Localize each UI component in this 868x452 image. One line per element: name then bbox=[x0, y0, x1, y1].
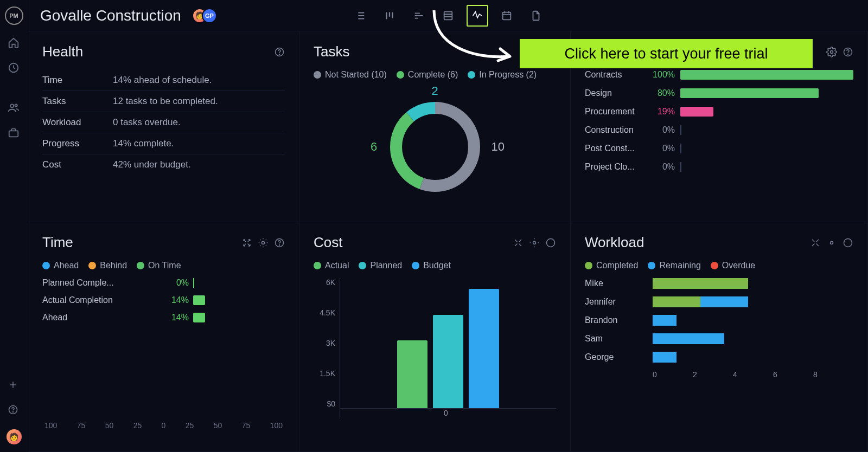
list-view-icon[interactable] bbox=[349, 5, 371, 27]
briefcase-icon[interactable] bbox=[8, 127, 21, 140]
dashboard-view-icon[interactable] bbox=[467, 5, 488, 27]
gantt-view-icon[interactable] bbox=[408, 5, 430, 27]
legend-item: Planned bbox=[359, 261, 402, 270]
workload-rows: Mike Jennifer Brandon Sam George bbox=[585, 278, 853, 363]
bar-seg bbox=[700, 296, 748, 307]
axis-tick: 100 bbox=[44, 421, 57, 430]
time-axis: 100 75 50 25 0 25 50 75 100 bbox=[42, 421, 285, 430]
help-icon[interactable] bbox=[274, 237, 285, 248]
axis-tick: 6K bbox=[314, 278, 335, 287]
progress-row: Construction0% bbox=[585, 125, 853, 135]
row-percent: 0% bbox=[644, 125, 675, 135]
home-icon[interactable] bbox=[8, 37, 21, 50]
top-bar: Govalle Construction 🧑 GP bbox=[28, 0, 868, 31]
main-area: Govalle Construction 🧑 GP Health bbox=[28, 0, 868, 452]
row-percent: 0% bbox=[644, 162, 675, 172]
legend-item: Behind bbox=[88, 261, 127, 270]
legend-label: On Time bbox=[148, 261, 181, 270]
health-value: 42% under budget. bbox=[113, 159, 191, 170]
help-icon[interactable] bbox=[274, 47, 285, 57]
health-row: Progress14% complete. bbox=[42, 133, 285, 154]
legend-item: In Progress (2) bbox=[468, 70, 537, 80]
legend-item: On Time bbox=[137, 261, 181, 270]
row-label: Jennifer bbox=[585, 297, 653, 307]
axis-tick: 0 bbox=[162, 421, 166, 430]
help-icon[interactable] bbox=[843, 47, 853, 57]
legend-label: Budget bbox=[423, 261, 451, 270]
gear-icon[interactable] bbox=[826, 237, 837, 248]
health-row: Workload0 tasks overdue. bbox=[42, 112, 285, 133]
donut-value: 6 bbox=[371, 140, 377, 154]
workload-row: Sam bbox=[585, 333, 853, 344]
row-label: Post Const... bbox=[585, 144, 644, 153]
time-row: Planned Comple...0% bbox=[42, 278, 285, 288]
dot-icon bbox=[648, 262, 655, 269]
svg-point-22 bbox=[844, 238, 852, 247]
row-percent: 14% bbox=[162, 313, 189, 322]
axis-tick: 4.5K bbox=[314, 308, 335, 317]
dot-icon bbox=[711, 262, 718, 269]
gear-icon[interactable] bbox=[258, 237, 269, 248]
gear-icon[interactable] bbox=[826, 47, 837, 57]
row-percent: 0% bbox=[162, 278, 189, 288]
calendar-view-icon[interactable] bbox=[496, 5, 518, 27]
file-view-icon[interactable] bbox=[525, 5, 547, 27]
health-value: 12 tasks to be completed. bbox=[113, 96, 218, 107]
help-icon[interactable] bbox=[545, 237, 556, 248]
avatar-badge[interactable]: GP bbox=[202, 8, 217, 23]
dot-icon bbox=[359, 262, 366, 269]
row-label: Planned Comple... bbox=[42, 278, 162, 288]
axis-tick: 25 bbox=[133, 421, 142, 430]
svg-point-18 bbox=[279, 244, 280, 245]
legend-label: Not Started (10) bbox=[325, 70, 387, 80]
svg-point-19 bbox=[533, 241, 536, 244]
workload-row: Mike bbox=[585, 278, 853, 289]
dot-icon bbox=[137, 262, 144, 269]
member-avatars[interactable]: 🧑 GP bbox=[192, 8, 217, 23]
bar-seg bbox=[653, 278, 748, 289]
legend-label: Overdue bbox=[722, 261, 755, 270]
health-row: Time14% ahead of schedule. bbox=[42, 70, 285, 91]
gear-icon[interactable] bbox=[529, 237, 540, 248]
legend-label: Planned bbox=[370, 261, 402, 270]
cost-bar-actual bbox=[397, 340, 427, 408]
free-trial-cta[interactable]: Click here to start your free trial bbox=[520, 39, 813, 68]
svg-point-9 bbox=[279, 54, 280, 54]
svg-point-20 bbox=[547, 238, 555, 247]
expand-icon[interactable] bbox=[513, 237, 524, 248]
progress-row: Design80% bbox=[585, 88, 853, 98]
legend-item: Ahead bbox=[42, 261, 79, 270]
plus-icon[interactable] bbox=[8, 379, 21, 392]
tasks-legend: Not Started (10) Complete (6) In Progres… bbox=[314, 70, 556, 80]
clock-icon[interactable] bbox=[8, 62, 21, 75]
app-logo[interactable]: PM bbox=[5, 7, 23, 25]
help-icon[interactable] bbox=[8, 404, 21, 417]
health-label: Tasks bbox=[42, 96, 113, 107]
row-label: Sam bbox=[585, 334, 653, 344]
donut-value: 10 bbox=[492, 140, 505, 154]
health-value: 14% ahead of schedule. bbox=[113, 75, 212, 86]
legend-label: Completed bbox=[596, 261, 638, 270]
health-label: Time bbox=[42, 75, 113, 86]
help-icon[interactable] bbox=[843, 237, 853, 248]
expand-icon[interactable] bbox=[810, 237, 821, 248]
bar-seg bbox=[653, 352, 676, 363]
cost-legend: Actual Planned Budget bbox=[314, 261, 556, 270]
svg-point-16 bbox=[262, 241, 265, 244]
bar-seg bbox=[653, 315, 676, 326]
user-avatar[interactable]: 🧑 bbox=[7, 429, 22, 444]
progress-row: Project Clo...0% bbox=[585, 162, 853, 172]
workload-axis: 0 2 4 6 8 bbox=[585, 370, 853, 379]
board-view-icon[interactable] bbox=[379, 5, 400, 27]
row-label: Actual Completion bbox=[42, 295, 162, 305]
health-value: 0 tasks overdue. bbox=[113, 117, 181, 128]
people-icon[interactable] bbox=[8, 102, 21, 115]
workload-row: Jennifer bbox=[585, 296, 853, 307]
expand-icon[interactable] bbox=[241, 237, 252, 248]
axis-tick: 75 bbox=[242, 421, 251, 430]
legend-label: Ahead bbox=[54, 261, 79, 270]
legend-label: Actual bbox=[325, 261, 349, 270]
bar-fill bbox=[680, 125, 681, 135]
sheet-view-icon[interactable] bbox=[437, 5, 459, 27]
cost-y-axis: 6K 4.5K 3K 1.5K $0 bbox=[314, 278, 340, 419]
